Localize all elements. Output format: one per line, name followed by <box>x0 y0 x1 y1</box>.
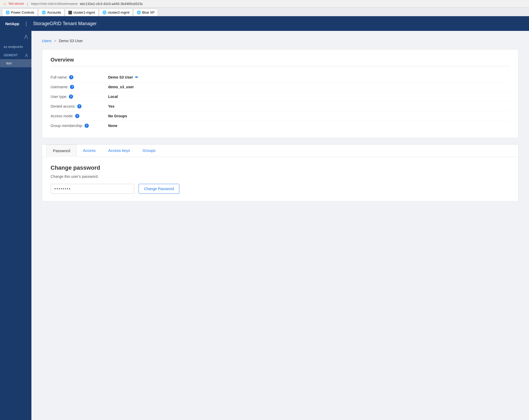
chevron-up-icon-mgmt: ⋀ <box>25 53 28 57</box>
field-row-fullname: Full name: ? Demo S3 User ✏ <box>51 73 510 82</box>
globe-icon-accounts: 🌐 <box>42 10 46 14</box>
sidebar-item-active[interactable]: tion <box>0 59 31 67</box>
tab-btn-password[interactable]: Password <box>46 145 77 157</box>
field-value-fullname: Demo S3 User ✏ <box>108 75 138 79</box>
sidebar-item-endpoints[interactable]: es endpoints <box>0 42 31 51</box>
app-title: StorageGRID Tenant Manager <box>33 21 97 26</box>
field-label-username: Username: ? <box>51 85 108 89</box>
edit-icon-fullname[interactable]: ✏ <box>135 75 138 79</box>
tab-cluster2-label: cluster2-mgmt <box>108 10 129 14</box>
globe-icon: 🌐 <box>5 10 10 14</box>
header-divider: | <box>25 21 27 27</box>
help-icon-usertype[interactable]: ? <box>69 95 73 99</box>
field-label-group-membership: Group membership: ? <box>51 124 108 128</box>
overview-card: Overview Full name: ? Demo S3 User ✏ Use… <box>42 49 519 138</box>
tab-accounts-label: Accounts <box>47 10 61 14</box>
breadcrumb-parent[interactable]: Users <box>42 39 52 43</box>
tab-blue-xp-label: Blue XP <box>142 10 155 14</box>
help-icon-fullname[interactable]: ? <box>69 75 73 79</box>
change-password-button[interactable]: Change Password <box>139 184 179 194</box>
tab-power-controls[interactable]: 🌐 Power Controls <box>2 9 38 16</box>
globe-icon-cluster2: 🌐 <box>102 10 107 14</box>
change-password-desc: Change this user's password. <box>51 174 510 179</box>
sidebar-mgmt-label: GEMENT <box>4 53 18 57</box>
tab-accounts[interactable]: 🌐 Accounts <box>38 9 64 16</box>
help-icon-group-membership[interactable]: ? <box>85 124 89 128</box>
tab-btn-access-keys[interactable]: Access keys <box>102 145 136 157</box>
password-input[interactable] <box>51 184 134 194</box>
overview-title: Overview <box>51 57 510 66</box>
breadcrumb-current: Demo S3 User <box>59 39 83 43</box>
tab-power-controls-label: Power Controls <box>11 10 34 14</box>
password-row: Change Password <box>51 184 510 194</box>
field-label-access-mode: Access mode: ? <box>51 114 108 118</box>
field-row-usertype: User type: ? Local <box>51 92 510 102</box>
tab-cluster1-label: cluster1-mgmt <box>73 10 95 14</box>
field-value-usertype: Local <box>108 95 118 99</box>
breadcrumb-separator: > <box>54 39 56 43</box>
field-row-denied-access: Denied access: ? Yes <box>51 102 510 111</box>
tab-btn-groups[interactable]: Groups <box>136 145 162 157</box>
main-content: Users > Demo S3 User Overview Full name:… <box>31 31 529 420</box>
sidebar-active-label: tion <box>6 61 12 65</box>
help-icon-username[interactable]: ? <box>70 85 74 89</box>
url-path[interactable]: ebc132e2-cfc3-42c0-a445-3b4465cb523c <box>80 2 143 6</box>
tabs-container: Password Access Access keys Groups Chang… <box>42 144 519 201</box>
tab-cluster2-mgmt[interactable]: 🌐 cluster2-mgmt <box>99 9 133 16</box>
sidebar-endpoints-label: es endpoints <box>4 45 23 49</box>
square-icon <box>68 11 72 14</box>
sidebar-section-management[interactable]: GEMENT ⋀ <box>0 51 31 59</box>
field-value-access-mode: No Groups <box>108 114 127 118</box>
tab-blue-xp[interactable]: 🌐 Blue XP <box>133 9 158 16</box>
field-label-denied-access: Denied access: ? <box>51 104 108 108</box>
field-value-group-membership: None <box>108 124 117 128</box>
brand-name: NetApp <box>5 21 19 26</box>
tab-cluster1-mgmt[interactable]: cluster1-mgmt <box>65 9 98 16</box>
breadcrumb: Users > Demo S3 User <box>42 39 519 43</box>
field-label-usertype: User type: ? <box>51 95 108 99</box>
sidebar-collapse-toggle[interactable]: ⋀ <box>0 31 31 42</box>
field-value-username: demo_s3_user <box>108 85 134 89</box>
field-row-access-mode: Access mode: ? No Groups <box>51 111 510 121</box>
app-header: NetApp | StorageGRID Tenant Manager <box>0 16 529 31</box>
warning-icon: ⚠ <box>3 2 7 6</box>
tabs-content: Change password Change this user's passw… <box>42 157 518 201</box>
url-separator: | <box>27 2 28 6</box>
help-icon-access-mode[interactable]: ? <box>75 114 79 118</box>
tabs-header: Password Access Access keys Groups <box>42 145 518 157</box>
globe-icon-bluexp: 🌐 <box>137 10 141 14</box>
help-icon-denied-access[interactable]: ? <box>77 104 81 108</box>
field-row-group-membership: Group membership: ? None <box>51 121 510 130</box>
chevron-up-icon[interactable]: ⋀ <box>24 34 28 39</box>
browser-tab-bar: 🌐 Power Controls 🌐 Accounts cluster1-mgm… <box>0 8 529 16</box>
field-label-fullname: Full name: ? <box>51 75 108 79</box>
browser-address-bar: ⚠ Not secure | https://192.168.0.80/ui/#… <box>0 0 529 8</box>
not-secure-label: Not secure <box>9 2 24 5</box>
tab-btn-access[interactable]: Access <box>77 145 102 157</box>
url-crossed[interactable]: https://192.168.0.80/ui/#/users/ <box>31 2 78 6</box>
field-row-username: Username: ? demo_s3_user <box>51 82 510 92</box>
sidebar: ⋀ es endpoints GEMENT ⋀ tion <box>0 31 31 420</box>
change-password-title: Change password <box>51 164 510 171</box>
field-value-denied-access: Yes <box>108 104 114 108</box>
layout: ⋀ es endpoints GEMENT ⋀ tion Users > Dem… <box>0 31 529 420</box>
